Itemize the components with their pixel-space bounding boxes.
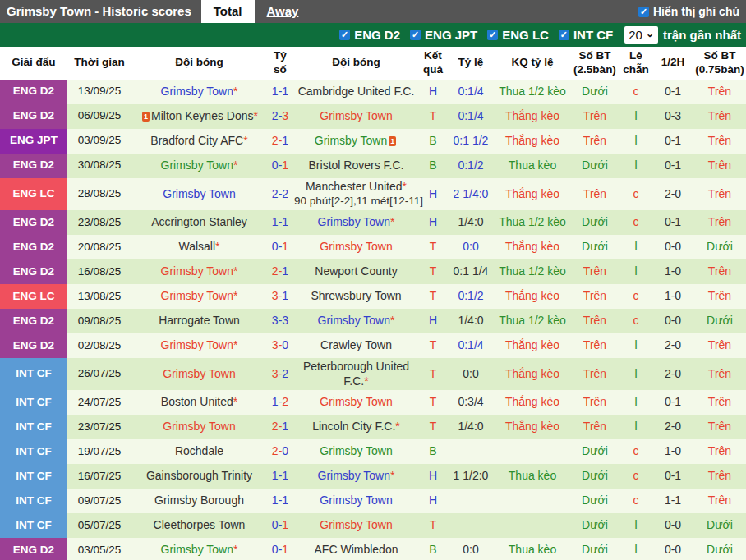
over-under-2-5: Dưới	[570, 80, 619, 104]
over-under-0-75: Trên	[693, 154, 746, 178]
league-badge: INT CF	[0, 390, 67, 415]
handicap-odds[interactable]: 0:1/4	[447, 333, 495, 358]
home-team-name[interactable]: Walsall	[178, 240, 215, 253]
home-team-name[interactable]: Accrington Stanley	[151, 215, 247, 228]
handicap-odds[interactable]: 0:1 1/2	[447, 129, 495, 154]
checkbox-checked-icon[interactable]: ✓	[487, 30, 498, 40]
away-team-name[interactable]: Grimsby Town	[320, 395, 392, 408]
over-under-0-75: Dưới	[693, 235, 746, 259]
handicap-odds[interactable]: 2 1/4:0	[447, 178, 495, 210]
handicap-result	[495, 489, 570, 513]
over-under-0-75: Trên	[693, 464, 746, 489]
over-under-2-5: Dưới	[570, 513, 619, 538]
home-team-name[interactable]: Grimsby Town	[161, 85, 233, 98]
odd-even: c	[619, 489, 652, 513]
handicap-odds: 0:0	[447, 538, 495, 560]
handicap-result	[495, 439, 570, 464]
over-under-0-75: Trên	[693, 489, 746, 513]
tab-total[interactable]: Total	[201, 0, 255, 23]
home-team-name[interactable]: Bradford City AFC	[150, 134, 243, 147]
odd-even: c	[619, 439, 652, 464]
match-score: 1-1	[267, 464, 293, 489]
away-team-name[interactable]: Peterborough United F.C.	[303, 360, 409, 388]
home-team-name[interactable]: Harrogate Town	[159, 314, 240, 327]
away-team-name[interactable]: Grimsby Town	[318, 314, 390, 327]
handicap-odds[interactable]: 0:1/4	[447, 80, 495, 104]
away-team-name[interactable]: Shrewsbury Town	[311, 289, 401, 302]
half-time-score: 2-0	[652, 415, 693, 439]
handicap-result	[495, 513, 570, 538]
away-team-name[interactable]: Bristol Rovers F.C.	[309, 158, 404, 172]
tab-away[interactable]: Away	[255, 0, 311, 23]
over-under-2-5: Trên	[570, 309, 619, 333]
away-team-name[interactable]: Grimsby Town	[318, 215, 390, 228]
away-goals: 1	[282, 469, 288, 482]
away-team-name[interactable]: AFC Wimbledon	[315, 543, 398, 556]
away-team-name[interactable]: Grimsby Town	[315, 134, 387, 147]
away-team-name[interactable]: Grimsby Town	[320, 109, 392, 122]
home-goals: 3	[272, 338, 279, 351]
home-team: Gainsborough Trinity	[131, 464, 267, 489]
home-team: Grimsby Town*	[131, 333, 267, 358]
home-team-name[interactable]: Grimsby Borough	[154, 493, 244, 507]
match-date: 20/08/25	[67, 235, 131, 259]
home-team-name[interactable]: Grimsby Town	[161, 158, 233, 172]
checkbox-checked-icon[interactable]: ✓	[559, 30, 569, 40]
away-team-name[interactable]: Grimsby Town	[320, 493, 392, 507]
away-team: Grimsby Town*	[293, 309, 419, 333]
checkbox-checked-icon[interactable]: ✓	[638, 7, 649, 17]
match-count-select[interactable]: 20 ⌄	[624, 26, 658, 44]
home-team: Walsall*	[131, 235, 267, 259]
col-odd-even: Lẻ chẵn	[619, 47, 652, 80]
handicap-odds[interactable]: 0:1/4	[447, 104, 495, 129]
home-team-name[interactable]: Grimsby Town	[163, 187, 235, 200]
result-letter: T	[419, 259, 447, 284]
home-team-name[interactable]: Milton Keynes Dons	[151, 109, 254, 122]
match-score: 3-0	[267, 333, 293, 358]
home-team-name[interactable]: Grimsby Town	[163, 367, 235, 380]
home-team-name[interactable]: Grimsby Town	[163, 420, 235, 433]
away-team-name[interactable]: Crawley Town	[320, 338, 392, 351]
handicap-odds[interactable]: 0:1/2	[447, 154, 495, 178]
away-team-name[interactable]: Lincoln City F.C.	[312, 420, 395, 433]
home-team-name[interactable]: Grimsby Town	[161, 289, 233, 302]
home-goals: 1	[272, 493, 279, 507]
handicap-odds[interactable]: 0:0	[447, 235, 495, 259]
away-team-name[interactable]: Cambridge United F.C.	[298, 85, 415, 98]
over-under-0-75: Dưới	[693, 309, 746, 333]
over-under-0-75: Trên	[693, 80, 746, 104]
half-time-score: 0-0	[652, 309, 693, 333]
handicap-result: Thắng kèo	[495, 333, 570, 358]
filter-eng-jpt[interactable]: ✓ ENG JPT	[410, 28, 477, 42]
show-notes-toggle[interactable]: ✓ Hiển thị ghi chú	[638, 0, 746, 23]
home-team-name[interactable]: Grimsby Town	[161, 543, 233, 556]
table-row: ENG D230/08/25Grimsby Town*0-1Bristol Ro…	[0, 154, 746, 178]
away-team-name[interactable]: Grimsby Town	[320, 240, 392, 253]
away-team-name[interactable]: Newport County	[315, 264, 397, 278]
chevron-down-icon: ⌄	[646, 25, 654, 43]
match-date: 03/09/25	[67, 129, 131, 154]
home-team-name[interactable]: Cleethorpes Town	[154, 518, 246, 531]
filter-eng-d2-label: ENG D2	[354, 28, 400, 42]
match-date: 23/07/25	[67, 415, 131, 439]
filter-eng-lc[interactable]: ✓ ENG LC	[487, 28, 549, 42]
checkbox-checked-icon[interactable]: ✓	[339, 30, 350, 40]
advantage-star: *	[254, 109, 258, 122]
away-team-name[interactable]: Manchester United	[306, 180, 403, 193]
home-goals: 2	[272, 134, 279, 147]
match-score: 1-2	[267, 390, 293, 415]
home-team-name[interactable]: Gainsborough Trinity	[146, 469, 252, 482]
checkbox-checked-icon[interactable]: ✓	[410, 30, 421, 40]
away-team-name[interactable]: Grimsby Town	[320, 444, 392, 457]
away-team: Manchester United*90 phút[2-2],11 mét[12…	[293, 178, 419, 210]
home-team-name[interactable]: Rochdale	[175, 444, 223, 457]
filter-int-cf[interactable]: ✓ INT CF	[559, 28, 613, 42]
away-team-name[interactable]: Grimsby Town	[318, 469, 390, 482]
home-team-name[interactable]: Boston United	[161, 395, 233, 408]
odd-even: l	[619, 333, 652, 358]
home-team-name[interactable]: Grimsby Town	[161, 338, 233, 351]
home-team-name[interactable]: Grimsby Town	[161, 264, 233, 278]
filter-eng-d2[interactable]: ✓ ENG D2	[339, 28, 400, 42]
handicap-odds[interactable]: 0:1/2	[447, 284, 495, 309]
away-team-name[interactable]: Grimsby Town	[320, 518, 392, 531]
